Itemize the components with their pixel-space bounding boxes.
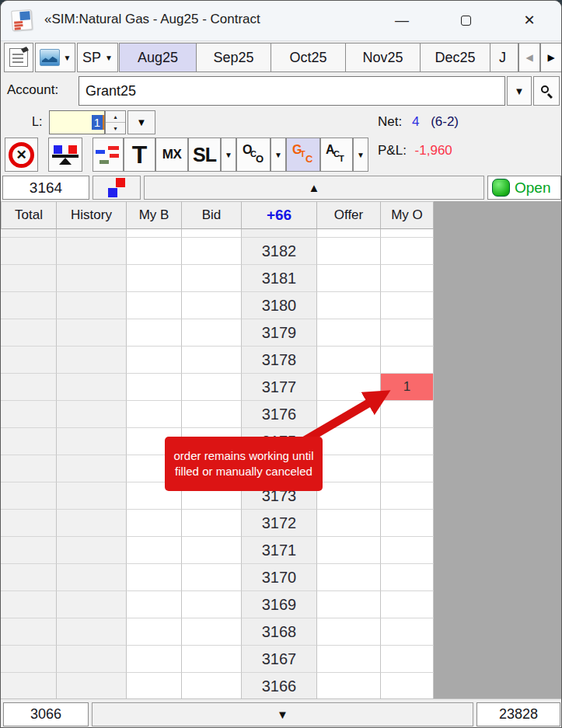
act-button[interactable]: A C T xyxy=(320,138,353,172)
ladder-cell-offer[interactable] xyxy=(317,618,381,646)
ladder-cell-offer[interactable] xyxy=(317,319,381,347)
ladder-cell-my-bid[interactable] xyxy=(127,591,182,618)
spin-up-icon[interactable]: ▴ xyxy=(106,111,125,123)
ladder-cell-offer[interactable] xyxy=(317,564,381,591)
account-input[interactable] xyxy=(79,76,505,106)
ladder-cell-my-bid[interactable] xyxy=(127,537,182,564)
maximize-button[interactable] xyxy=(441,1,490,40)
ladder-cell-bid[interactable] xyxy=(182,238,242,265)
ladder-cell-bid[interactable] xyxy=(182,537,242,564)
ladder-cell-my-bid[interactable] xyxy=(127,265,182,292)
stop-limit-button[interactable]: SL xyxy=(188,138,221,172)
tab-sep25[interactable]: Sep25 xyxy=(196,43,271,72)
ladder-cell-offer[interactable] xyxy=(317,238,381,265)
ladder-cell-my-bid[interactable] xyxy=(127,401,182,428)
ladder-cell-price[interactable]: 3180 xyxy=(242,292,317,319)
ladder-cell-history[interactable] xyxy=(57,292,127,319)
cancel-all-orders-button[interactable]: ✕ xyxy=(5,138,38,172)
ladder-cell-my-offer[interactable] xyxy=(381,591,434,618)
quantity-stepper[interactable]: ▴ ▾ xyxy=(105,110,126,134)
ladder-cell-my-bid[interactable] xyxy=(127,238,182,265)
tab-jan26-clipped[interactable]: J xyxy=(490,43,518,72)
ladder-cell-bid[interactable] xyxy=(182,292,242,319)
flatten-position-button[interactable] xyxy=(48,138,82,172)
ladder-cell-bid[interactable] xyxy=(182,265,242,292)
ladder-cell-price[interactable]: 3170 xyxy=(242,564,317,591)
ladder-cell-my-bid[interactable] xyxy=(127,646,182,673)
ladder-cell-my-offer[interactable] xyxy=(381,319,434,347)
ladder-cell-price[interactable]: 3181 xyxy=(242,265,317,292)
ladder-cell-total[interactable] xyxy=(1,401,57,428)
ladder-cell-my-offer[interactable]: 1 xyxy=(381,374,434,401)
ladder-cell-my-offer[interactable] xyxy=(381,564,434,591)
ladder-cell-total[interactable] xyxy=(1,428,57,455)
ladder-cell-total[interactable] xyxy=(1,238,57,265)
ladder-cell-history[interactable] xyxy=(57,347,127,374)
ladder-cell-bid[interactable] xyxy=(182,646,242,673)
ladder-cell-my-bid[interactable] xyxy=(127,229,182,238)
ladder-cell-offer[interactable] xyxy=(317,428,381,455)
ladder-cell-offer[interactable] xyxy=(317,347,381,374)
quantity-input[interactable]: 1 xyxy=(49,110,105,134)
oco-dropdown-button[interactable]: ▼ xyxy=(271,138,286,172)
ladder-cell-total[interactable] xyxy=(1,374,57,401)
trailing-order-button[interactable]: T xyxy=(124,138,155,172)
ladder-cell-my-bid[interactable] xyxy=(127,510,182,537)
spin-down-icon[interactable]: ▾ xyxy=(106,123,125,134)
ladder-cell-history[interactable] xyxy=(57,591,127,618)
ladder-scrollbar-up[interactable]: ▲ xyxy=(144,176,484,200)
ladder-cell-offer[interactable] xyxy=(317,292,381,319)
ladder-cell-offer[interactable] xyxy=(317,646,381,673)
ladder-cell-offer[interactable] xyxy=(317,265,381,292)
recenter-button[interactable] xyxy=(93,176,141,200)
ladder-cell-total[interactable] xyxy=(1,347,57,374)
ladder-cell-offer[interactable] xyxy=(317,537,381,564)
ladder-cell-history[interactable] xyxy=(57,537,127,564)
ladder-cell-price[interactable]: 3167 xyxy=(242,646,317,673)
ladder-cell-my-offer[interactable] xyxy=(381,238,434,265)
ladder-cell-my-offer[interactable] xyxy=(381,401,434,428)
minimize-button[interactable]: — xyxy=(377,1,427,40)
ladder-cell-my-offer[interactable] xyxy=(381,347,434,374)
ladder-cell-my-bid[interactable] xyxy=(127,347,182,374)
tab-aug25[interactable]: Aug25 xyxy=(119,43,197,72)
ladder-cell-total[interactable] xyxy=(1,564,57,591)
ladder-cell-history[interactable] xyxy=(57,564,127,591)
ladder-cell-my-offer[interactable] xyxy=(381,646,434,673)
properties-button[interactable] xyxy=(4,43,33,72)
ladder-cell-my-offer[interactable] xyxy=(381,428,434,455)
ladder-cell-total[interactable] xyxy=(1,618,57,646)
ladder-cell-my-offer[interactable] xyxy=(381,455,434,482)
ladder-cell-bid[interactable] xyxy=(182,229,242,238)
gtc-toggle-button[interactable]: G T C xyxy=(286,138,320,172)
ladder-cell-bid[interactable] xyxy=(182,374,242,401)
ladder-cell-price[interactable]: 3176 xyxy=(242,401,317,428)
ladder-cell-total[interactable] xyxy=(1,510,57,537)
ladder-cell-total[interactable] xyxy=(1,265,57,292)
ladder-cell-my-offer[interactable] xyxy=(381,229,434,238)
ladder-cell-my-offer[interactable] xyxy=(381,482,434,510)
tab-nov25[interactable]: Nov25 xyxy=(345,43,421,72)
ladder-cell-my-offer[interactable] xyxy=(381,537,434,564)
ladder-cell-my-bid[interactable] xyxy=(127,319,182,347)
ladder-cell-history[interactable] xyxy=(57,238,127,265)
ladder-cell-offer[interactable] xyxy=(317,482,381,510)
ladder-cell-total[interactable] xyxy=(1,646,57,673)
ladder-cell-history[interactable] xyxy=(57,401,127,428)
ladder-cell-my-offer[interactable] xyxy=(381,292,434,319)
ladder-cell-offer[interactable] xyxy=(317,401,381,428)
ladder-cell-bid[interactable] xyxy=(182,319,242,347)
ladder-cell-offer[interactable] xyxy=(317,510,381,537)
tab-oct25[interactable]: Oct25 xyxy=(271,43,346,72)
ladder-cell-total[interactable] xyxy=(1,455,57,482)
ladder-cell-total[interactable] xyxy=(1,482,57,510)
ladder-cell-price[interactable]: 3182 xyxy=(242,238,317,265)
ladder-cell-offer[interactable] xyxy=(317,374,381,401)
ladder-cell-price[interactable]: 3183 xyxy=(242,229,317,238)
ladder-cell-offer[interactable] xyxy=(317,229,381,238)
ladder-cell-my-offer[interactable] xyxy=(381,618,434,646)
ladder-cell-offer[interactable] xyxy=(317,591,381,618)
act-dropdown-button[interactable]: ▼ xyxy=(353,138,368,172)
ladder-cell-price[interactable]: 3178 xyxy=(242,347,317,374)
tab-scroll-right-button[interactable]: ▶ xyxy=(540,43,562,72)
